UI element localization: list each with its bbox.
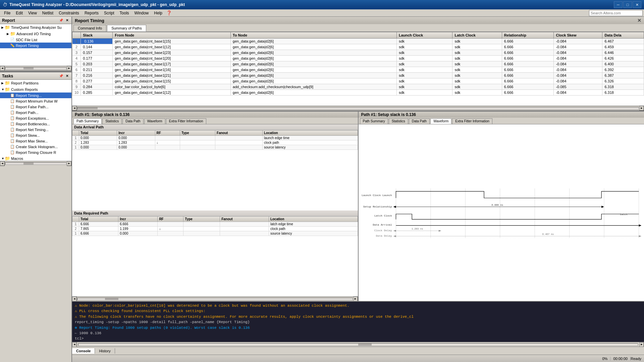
tasks-pin-icon[interactable]: 📌 [58, 74, 64, 78]
tasks-item-path[interactable]: 📋 Report Path... [0, 110, 71, 115]
r-col-fanout[interactable]: Fanout [220, 216, 269, 222]
r-col-incr[interactable]: Incr [118, 216, 158, 222]
minimize-button[interactable]: ─ [614, 1, 623, 8]
r-col-rf[interactable]: RF [158, 216, 183, 222]
r-col-type[interactable]: Type [183, 216, 220, 222]
close-button[interactable]: ✕ [633, 1, 641, 8]
tasks-item-reporttiming[interactable]: 📋 Report Timing... [0, 93, 71, 98]
console-hscroll[interactable]: ◄ ► [72, 342, 644, 347]
table-scroll-right[interactable]: ► [639, 106, 644, 111]
left-tab-stats[interactable]: Statistics [102, 118, 122, 124]
col-skew[interactable]: Clock Skew [554, 32, 602, 39]
tree-item-advancedio[interactable]: ▶ 📁 Advanced I/O Timing [0, 31, 71, 37]
report-timing-table: Slack From Node To Node Launch Clock Lat… [72, 32, 644, 96]
a-col-total[interactable]: Total [79, 130, 117, 136]
console-content[interactable]: ⚠ Node: color_bar:color_bar|pixel_cnt[10… [72, 302, 644, 342]
table-row: 6 0.211 gen_data:gen_data|cnt_base1[16] … [72, 67, 644, 73]
a-col-loc[interactable]: Location [262, 130, 358, 136]
file-p: 📋 [10, 110, 15, 115]
menu-reports[interactable]: Reports [82, 10, 101, 16]
scroll-right-btn[interactable]: ► [67, 66, 71, 71]
table-scroll-thumb[interactable] [77, 107, 98, 109]
left-tab-extra[interactable]: Extra Fitter Information [166, 118, 206, 124]
report-panel: Report 📌 ✕ ▶ 📁 TimeQuest Timing Analyzer… [0, 17, 71, 70]
right-tab-wave[interactable]: Waveform [430, 118, 451, 124]
lp-scroll-thumb[interactable] [105, 298, 118, 300]
tasks-item-slackhist[interactable]: 📋 Create Slack Histogram... [0, 144, 71, 149]
a-col-fanout[interactable]: Fanout [215, 130, 263, 136]
tree-item-timequest[interactable]: ▶ 📁 TimeQuest Timing Analyzer Su [0, 24, 71, 31]
r-col-total[interactable]: Total [79, 216, 118, 222]
maximize-button[interactable]: □ [623, 1, 632, 8]
report-timing-table-wrapper[interactable]: Slack From Node To Node Launch Clock Lat… [72, 32, 644, 106]
scroll-thumb[interactable] [23, 67, 34, 69]
table-row: 2 7.865 1.199 ↓ clock path [72, 226, 358, 231]
col-from[interactable]: From Node [113, 32, 231, 39]
menu-view[interactable]: View [25, 10, 40, 16]
report-timing-close[interactable]: ✕ [637, 18, 641, 23]
table-scroll-left[interactable]: ◄ [72, 106, 77, 111]
tree-item-sdcfile[interactable]: 📄 SDC File List [0, 37, 71, 43]
left-path-hscroll[interactable]: ◄ ► [72, 296, 358, 301]
right-tab-extra[interactable]: Extra Fitter Information [452, 118, 492, 124]
menu-constraints[interactable]: Constraints [56, 10, 82, 16]
tasks-item-maxskew[interactable]: 📋 Report Max Skew... [0, 138, 71, 144]
arrival-table-wrapper[interactable]: Total Incr RF Type Fanout Location [72, 130, 358, 210]
tasks-scroll-thumb[interactable] [23, 163, 34, 165]
close-panel-icon[interactable]: ✕ [65, 18, 69, 22]
col-slack[interactable]: Slack [81, 32, 113, 39]
tasks-close-icon[interactable]: ✕ [65, 74, 69, 78]
console-scroll-right[interactable]: ► [639, 342, 644, 347]
timing-table-hscroll[interactable]: ◄ ► [72, 106, 644, 110]
report-tree-hscroll[interactable]: ◄ ► [0, 66, 71, 70]
col-latch[interactable]: Latch Clock [452, 32, 502, 39]
tree-item-reporttiming[interactable]: ✏️ Report Timing [0, 43, 71, 48]
tasks-scroll-right[interactable]: ► [67, 161, 71, 166]
tasks-item-nettiming[interactable]: 📋 Report Net Timing... [0, 127, 71, 132]
a-col-incr[interactable]: Incr [117, 130, 155, 136]
required-table-wrapper[interactable]: Total Incr RF Type Fanout Location [72, 216, 358, 297]
tasks-scroll-left[interactable]: ◄ [0, 161, 5, 166]
console-scroll-left[interactable]: ◄ [72, 342, 77, 347]
r-col-loc[interactable]: Location [269, 216, 358, 222]
tasks-item-skew[interactable]: 📋 Report Skew... [0, 132, 71, 138]
menu-tools[interactable]: Tools [117, 10, 132, 16]
menu-script[interactable]: Script [101, 10, 117, 16]
a-col-type[interactable]: Type [180, 130, 215, 136]
menu-netlist[interactable]: Netlist [40, 10, 56, 16]
tasks-item-partitions[interactable]: ▶ 📁 Report Partitions [0, 80, 71, 86]
search-input[interactable] [589, 10, 643, 16]
menu-file[interactable]: File [1, 10, 13, 16]
col-launch[interactable]: Launch Clock [396, 32, 452, 39]
tab-summary-paths[interactable]: Summary of Paths [107, 25, 146, 32]
tasks-tree-hscroll[interactable]: ◄ ► [0, 161, 71, 166]
tab-command-info[interactable]: Command Info [73, 25, 106, 32]
right-tab-stats[interactable]: Statistics [389, 118, 408, 124]
console-scroll-thumb[interactable] [358, 344, 372, 346]
console-tab-console[interactable]: Console [72, 348, 95, 354]
col-rel[interactable]: Relationship [502, 32, 554, 39]
tasks-item-minpulse[interactable]: 📋 Report Minimum Pulse W [0, 98, 71, 104]
tasks-item-bottlenecks[interactable]: 📋 Report Bottlenecks... [0, 121, 71, 127]
left-tab-summary[interactable]: Path Summary [73, 118, 102, 124]
menu-help[interactable]: Help [151, 10, 165, 16]
scroll-left-btn[interactable]: ◄ [0, 66, 5, 71]
a-col-rf[interactable]: RF [155, 130, 180, 136]
tasks-item-closure[interactable]: 📋 Report Timing Closure R [0, 149, 71, 155]
lp-scroll-right[interactable]: ► [353, 297, 358, 301]
lp-scroll-left[interactable]: ◄ [72, 297, 77, 301]
pin-icon[interactable]: 📌 [58, 18, 64, 22]
left-tab-data[interactable]: Data Path [122, 118, 143, 124]
menu-window[interactable]: Window [132, 10, 152, 16]
col-delay[interactable]: Data Dela [602, 32, 644, 39]
col-to[interactable]: To Node [230, 32, 396, 39]
left-tab-wave[interactable]: Waveform [144, 118, 165, 124]
menu-edit[interactable]: Edit [13, 10, 25, 16]
tasks-item-macros[interactable]: ▼ 📁 Macros [0, 155, 71, 161]
tasks-item-exceptions[interactable]: 📋 Report Exceptions... [0, 115, 71, 121]
tasks-item-falsepath[interactable]: 📋 Report False Path... [0, 104, 71, 110]
right-tab-data[interactable]: Data Path [409, 118, 430, 124]
console-tab-history[interactable]: History [95, 348, 115, 354]
tasks-item-custom[interactable]: ▼ 📁 Custom Reports [0, 86, 71, 93]
right-tab-summary[interactable]: Path Summary [360, 118, 388, 124]
